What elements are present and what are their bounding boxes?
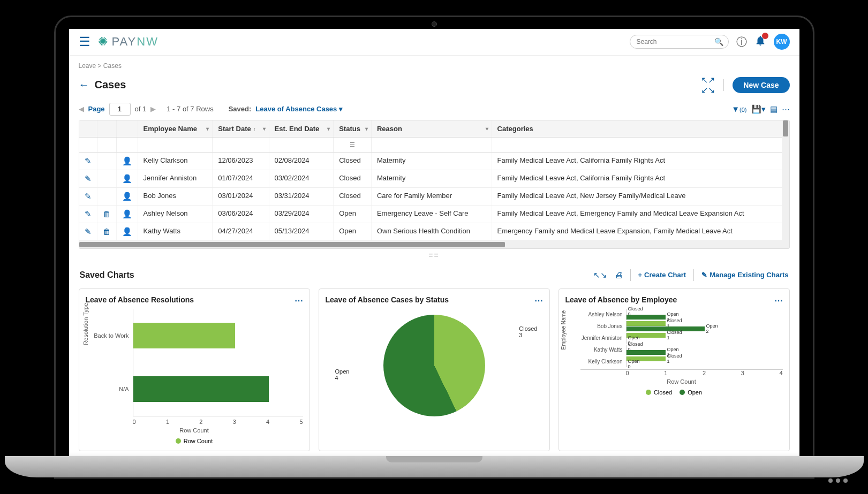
vertical-scrollbar[interactable] [782, 120, 789, 241]
notification-badge [762, 33, 768, 39]
chart2-menu-icon[interactable]: ⋯ [534, 295, 543, 306]
pager-bar: ◀ Page of 1 ▶ 1 - 7 of 7 Rows Saved: Lea… [79, 103, 790, 116]
table-row: ✎ 🗑 👤 Kathy Watts 04/27/2024 05/13/2024 … [79, 223, 789, 240]
menu-icon[interactable]: ☰ [79, 34, 90, 49]
emp-name: Jennifer Anniston [580, 335, 626, 341]
page-of: of 1 [135, 105, 147, 113]
tick: 4 [779, 370, 782, 376]
cell-reason: Emergency Leave - Self Care [371, 205, 492, 223]
tick: 1 [664, 370, 667, 376]
chart3-xlabel: Row Count [580, 378, 783, 385]
resize-handle[interactable]: == [79, 249, 790, 262]
create-chart-link[interactable]: + Create Chart [638, 271, 686, 279]
cell-end: 02/08/2024 [269, 152, 334, 170]
legend-closed: Closed [646, 389, 672, 396]
chart-status: Leave of Absence Cases by Status ⋯ Close… [319, 288, 550, 451]
next-page-icon[interactable]: ▶ [150, 105, 156, 113]
new-case-button[interactable]: New Case [733, 77, 789, 93]
back-arrow-icon[interactable]: ← [79, 79, 89, 91]
cell-categories: Family Medical Leave Act, California Fam… [492, 152, 789, 170]
person-icon[interactable]: 👤 [116, 223, 138, 240]
edit-icon[interactable]: ✎ [79, 205, 97, 223]
chart1-menu-icon[interactable]: ⋯ [295, 295, 303, 306]
search-icon[interactable]: 🔍 [714, 37, 723, 46]
col-employee[interactable]: Employee Name▾ [138, 120, 213, 138]
manage-charts-link[interactable]: ✎ Manage Existing Charts [701, 271, 788, 279]
edit-icon[interactable]: ✎ [79, 187, 97, 205]
table-row: ✎ 🗑 👤 Ashley Nelson 03/06/2024 03/29/202… [79, 205, 789, 223]
help-icon[interactable]: ⓘ [736, 35, 747, 49]
top-bar: ☰ ✺ PAYNW 🔍 ⓘ KW [69, 29, 799, 56]
cases-table: Employee Name▾ Start Date↑▾ Est. End Dat… [79, 120, 790, 249]
horizontal-scrollbar[interactable] [79, 241, 789, 248]
cell-categories: Emergency Family and Medical Leave Expan… [492, 223, 789, 240]
emp-bar-row: Kelly Clarkson Closed1 Open0 [580, 356, 783, 367]
user-avatar[interactable]: KW [774, 34, 790, 50]
delete-icon[interactable] [97, 187, 116, 205]
person-icon[interactable]: 👤 [116, 170, 138, 187]
export-icon[interactable]: 💾▾ [751, 104, 766, 114]
edit-icon[interactable]: ✎ [79, 223, 97, 240]
person-icon[interactable]: 👤 [116, 205, 138, 223]
notifications-icon[interactable] [754, 35, 766, 49]
table-row: ✎ 👤 Jennifer Anniston 01/07/2024 03/02/2… [79, 170, 789, 187]
chart3-menu-icon[interactable]: ⋯ [774, 295, 783, 306]
cell-start: 03/06/2024 [213, 205, 269, 223]
cell-end: 03/31/2024 [269, 187, 334, 205]
tick: 2 [703, 370, 706, 376]
col-categories[interactable]: Categories [492, 120, 789, 138]
page-label: Page [88, 105, 105, 113]
emp-bar-row: Jennifer Anniston Closed1 Open0 [580, 333, 783, 344]
status-filter-icon[interactable]: ☰ [334, 137, 372, 152]
page-input[interactable] [109, 103, 131, 116]
table-row: ✎ 👤 Bob Jones 03/01/2024 03/31/2024 Clos… [79, 187, 789, 205]
chart1-ylabel: Resolution Type [82, 302, 89, 345]
cell-end: 03/02/2024 [269, 170, 334, 187]
person-icon[interactable]: 👤 [116, 152, 138, 170]
cell-name: Kelly Clarkson [138, 152, 213, 170]
bar-open [627, 350, 666, 355]
delete-icon[interactable]: 🗑 [97, 205, 116, 223]
cell-status: Open [334, 205, 372, 223]
chart1-xlabel: Row Count [86, 427, 303, 434]
col-status[interactable]: Status▾ [334, 120, 372, 138]
col-reason[interactable]: Reason▾ [371, 120, 492, 138]
page-title: Cases [95, 79, 126, 91]
brand-pay: PAY [112, 35, 137, 48]
tick: 4 [266, 419, 269, 425]
brand-nw: NW [137, 35, 158, 48]
cell-status: Open [334, 223, 372, 240]
bar-category: N/A [92, 386, 129, 392]
delete-icon[interactable] [97, 170, 116, 187]
person-icon[interactable]: 👤 [116, 187, 138, 205]
cell-name: Jennifer Anniston [138, 170, 213, 187]
cell-categories: Family Medical Leave Act, New Jersey Fam… [492, 187, 789, 205]
cell-categories: Family Medical Leave Act, California Fam… [492, 170, 789, 187]
chart3-title: Leave of Absence by Employee [565, 295, 783, 304]
columns-icon[interactable]: ▤ [770, 104, 778, 114]
legend-open: Open [680, 389, 702, 396]
cell-start: 12/06/2023 [213, 152, 269, 170]
prev-page-icon[interactable]: ◀ [79, 105, 84, 113]
emp-name: Ashley Nelson [580, 311, 626, 317]
bar-open [627, 315, 666, 320]
edit-icon[interactable]: ✎ [79, 170, 97, 187]
brand-logo: ✺ PAYNW [98, 35, 158, 49]
edit-icon[interactable]: ✎ [79, 152, 97, 170]
bar [133, 376, 269, 402]
delete-icon[interactable] [97, 152, 116, 170]
print-icon[interactable]: 🖨 [615, 270, 623, 279]
breadcrumb[interactable]: Leave > Cases [79, 62, 790, 70]
charts-expand-icon[interactable]: ↖↘ [593, 270, 607, 280]
expand-icon[interactable]: ↖↗↙↘ [701, 75, 715, 95]
col-start[interactable]: Start Date↑▾ [213, 120, 269, 138]
cell-reason: Maternity [371, 152, 492, 170]
col-end[interactable]: Est. End Date▾ [269, 120, 334, 138]
more-icon[interactable]: ⋯ [782, 104, 790, 114]
emp-name: Kathy Watts [580, 347, 626, 353]
pie-chart [383, 315, 485, 416]
delete-icon[interactable]: 🗑 [97, 223, 116, 240]
saved-view-dropdown[interactable]: Leave of Absence Cases ▾ [255, 105, 343, 113]
cell-name: Bob Jones [138, 187, 213, 205]
filter-icon[interactable]: ▼(0) [731, 104, 746, 113]
